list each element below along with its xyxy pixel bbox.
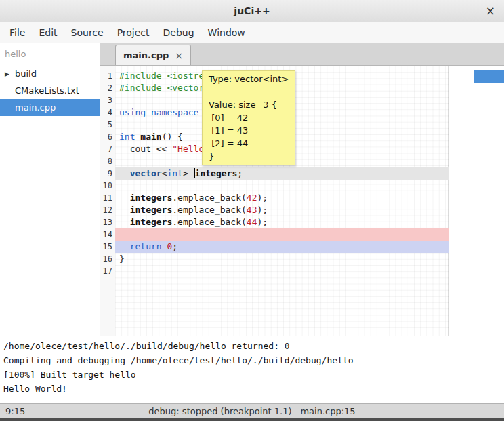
code-token: ; xyxy=(237,168,243,178)
code-token: .emplace_back( xyxy=(172,205,247,215)
code-token: ; xyxy=(172,241,177,252)
code-token: using xyxy=(119,107,146,117)
code-token xyxy=(119,217,130,227)
line-number[interactable]: 16 xyxy=(100,253,115,265)
code-token: ); xyxy=(257,205,268,215)
code-token: .emplace_back( xyxy=(172,217,247,227)
cursor-position-status: 9:15 xyxy=(0,406,25,416)
tree-item-main-cpp[interactable]: main.cpp xyxy=(0,99,100,116)
code-line-14[interactable] xyxy=(115,228,449,241)
code-token: namespace xyxy=(151,107,198,117)
tooltip-line: [1] = 43 xyxy=(209,124,289,137)
output-line: Hello World! xyxy=(3,382,501,396)
code-token: > xyxy=(183,168,194,178)
code-token: () { xyxy=(162,132,183,142)
tab-main-cpp[interactable]: main.cpp × xyxy=(115,45,191,65)
code-line-9[interactable]: vector<int> integers; xyxy=(115,167,449,180)
menu-edit[interactable]: Edit xyxy=(32,22,64,43)
code-token: int xyxy=(119,132,135,142)
line-number[interactable]: 6 xyxy=(100,131,115,143)
tab-close-icon[interactable]: × xyxy=(175,51,183,60)
titlebar[interactable]: juCi++ × xyxy=(0,0,504,22)
code-editor[interactable]: 1234567891011121314151617 #include <iost… xyxy=(100,66,504,336)
code-line-10[interactable] xyxy=(115,180,449,192)
code-line-13[interactable]: integers.emplace_back(44); xyxy=(115,216,449,228)
code-token: integers xyxy=(130,193,173,203)
tooltip-line: Value: size=3 { xyxy=(209,98,289,111)
output-line: Compiling and debugging /home/olece/test… xyxy=(3,353,501,367)
tree-item-build[interactable]: ▶build xyxy=(0,65,100,82)
line-number[interactable]: 2 xyxy=(100,82,115,94)
code-token: } xyxy=(119,254,125,264)
menubar: FileEditSourceProjectDebugWindow xyxy=(0,22,504,43)
window-bottom-edge xyxy=(0,418,504,421)
scrollbar-indicator[interactable] xyxy=(474,70,504,83)
menu-debug[interactable]: Debug xyxy=(156,22,201,43)
line-number[interactable]: 9 xyxy=(100,167,115,180)
tree-item-label: main.cpp xyxy=(15,102,56,113)
tab-bar: main.cpp × xyxy=(100,43,504,66)
output-console[interactable]: /home/olece/test/hello/./build/debug/hel… xyxy=(0,336,504,403)
code-token xyxy=(119,193,130,203)
output-line: /home/olece/test/hello/./build/debug/hel… xyxy=(3,339,501,353)
line-number[interactable]: 8 xyxy=(100,155,115,167)
expander-arrow-icon[interactable]: ▶ xyxy=(5,71,9,77)
menu-project[interactable]: Project xyxy=(110,22,156,43)
line-number[interactable]: 4 xyxy=(100,106,115,119)
line-number[interactable]: 7 xyxy=(100,143,115,155)
code-line-17[interactable] xyxy=(115,265,449,277)
line-number[interactable]: 11 xyxy=(100,192,115,204)
status-bar: 9:15 debug: stopped (breakpoint 1.1) - m… xyxy=(0,403,504,418)
code-line-11[interactable]: integers.emplace_back(42); xyxy=(115,192,449,204)
code-token: 43 xyxy=(247,205,257,215)
tree-item-label: build xyxy=(15,68,37,79)
tooltip-line: Type: vector<int> xyxy=(209,73,289,85)
code-token: integers xyxy=(195,168,238,178)
line-number-gutter: 1234567891011121314151617 xyxy=(100,66,115,336)
window-title: juCi++ xyxy=(234,5,270,16)
code-token: cout << xyxy=(119,144,172,154)
menu-window[interactable]: Window xyxy=(201,22,252,43)
code-token: main xyxy=(140,132,161,142)
code-token: integers xyxy=(130,217,173,227)
main-area: hello ▶buildCMakeLists.txtmain.cpp main.… xyxy=(0,43,504,336)
code-line-16[interactable]: } xyxy=(115,253,449,265)
line-number[interactable]: 13 xyxy=(100,216,115,228)
debug-status: debug: stopped (breakpoint 1.1) - main.c… xyxy=(0,406,504,416)
code-token: int xyxy=(167,168,182,178)
code-line-15[interactable]: return 0; xyxy=(115,241,449,253)
line-number[interactable]: 10 xyxy=(100,180,115,192)
code-token: vector xyxy=(130,168,162,178)
code-token: ); xyxy=(257,193,268,203)
line-number[interactable]: 17 xyxy=(100,265,115,277)
tree-item-cmakelists-txt[interactable]: CMakeLists.txt xyxy=(0,82,100,99)
line-number[interactable]: 1 xyxy=(100,70,115,82)
code-line-12[interactable]: integers.emplace_back(43); xyxy=(115,204,449,216)
tab-label: main.cpp xyxy=(123,50,169,60)
code-token xyxy=(119,205,130,215)
tooltip-line: [0] = 42 xyxy=(209,111,289,124)
code-token: 44 xyxy=(247,217,257,227)
line-number[interactable]: 12 xyxy=(100,204,115,216)
tooltip-line xyxy=(209,85,289,98)
line-number[interactable]: 15 xyxy=(100,241,115,253)
close-window-icon[interactable]: × xyxy=(486,5,495,17)
menu-file[interactable]: File xyxy=(3,22,32,43)
code-token: #include xyxy=(119,71,167,81)
tree-item-label: CMakeLists.txt xyxy=(15,85,79,96)
line-number[interactable]: 14 xyxy=(100,228,115,241)
code-area[interactable]: #include <iostream>#include <vector>usin… xyxy=(115,66,504,336)
code-token: #include xyxy=(119,83,167,93)
line-number[interactable]: 3 xyxy=(100,94,115,106)
debug-value-tooltip: Type: vector<int> Value: size=3 { [0] = … xyxy=(202,70,295,165)
line-number[interactable]: 5 xyxy=(100,119,115,131)
code-token xyxy=(119,168,130,178)
output-line: [100%] Built target hello xyxy=(3,367,501,382)
project-name-label: hello xyxy=(0,43,100,65)
menu-source[interactable]: Source xyxy=(64,22,110,43)
code-token: 42 xyxy=(247,193,257,203)
tooltip-line: } xyxy=(209,150,289,163)
code-token: return xyxy=(130,241,162,252)
tooltip-line: [2] = 44 xyxy=(209,137,289,150)
code-token xyxy=(146,107,151,117)
